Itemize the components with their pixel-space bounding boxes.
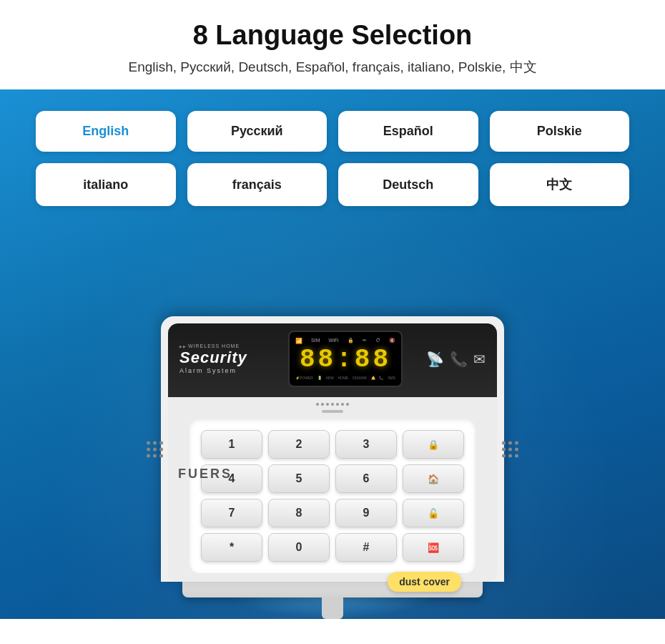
lcd-bottom-row: ⚡POWER 🔋 ARM HOME DISARM 🔔 📞 SMS: [295, 376, 395, 380]
key-0[interactable]: 0: [268, 533, 330, 562]
key-1[interactable]: 1: [201, 430, 262, 459]
key-5[interactable]: 5: [268, 464, 330, 493]
logo-area: WIRELESS HOME Security Alarm System: [179, 343, 280, 374]
language-grid: English Русский Español Polskie italiano…: [0, 89, 665, 220]
lang-btn-polish[interactable]: Polskie: [490, 111, 630, 152]
lcd-time-display: 88:88: [295, 347, 395, 373]
top-section: 8 Language Selection English, Русский, D…: [0, 0, 665, 89]
sim-slot: [322, 410, 343, 413]
brand-label: FUERS: [178, 467, 232, 482]
lang-btn-spanish[interactable]: Español: [338, 111, 478, 152]
right-speaker: [502, 441, 518, 457]
alarm-panel: WIRELESS HOME Security Alarm System 📶 SI…: [161, 316, 504, 582]
key-8[interactable]: 8: [268, 499, 330, 527]
key-star[interactable]: *: [201, 533, 262, 562]
key-unlock[interactable]: 🔓: [403, 499, 464, 527]
keypad: 1 2 3 🔒 4 5 6 🏠 7 8 9 🔓 * 0: [189, 419, 476, 573]
lang-btn-english[interactable]: English: [36, 111, 176, 152]
alarm-system-label: Alarm System: [179, 367, 280, 374]
phone-status-icon: 📞: [450, 351, 468, 368]
blue-section: English Русский Español Polskie italiano…: [0, 89, 665, 619]
key-6[interactable]: 6: [335, 464, 397, 493]
study-icon: ✏: [363, 338, 367, 344]
wireless-home-label: WIRELESS HOME: [179, 343, 280, 348]
envelope-status-icon: ✉: [473, 351, 486, 368]
key-7[interactable]: 7: [201, 499, 262, 527]
key-hash[interactable]: #: [335, 533, 397, 562]
subtitle: English, Русский, Deutsch, Español, fran…: [14, 58, 651, 77]
key-home[interactable]: 🏠: [403, 464, 464, 493]
lang-btn-italian[interactable]: italiano: [36, 163, 176, 206]
delay-icon: ⏱: [375, 338, 380, 344]
key-sos[interactable]: 🆘: [403, 533, 464, 562]
security-label: Security: [179, 350, 280, 366]
top-speaker: [182, 403, 483, 406]
lcd-icons-row: 📶 SIM WiFi 🔒 ✏ ⏱ 🔇: [295, 338, 395, 344]
key-3[interactable]: 3: [335, 430, 397, 459]
lang-btn-russian[interactable]: Русский: [187, 111, 327, 152]
mute-icon: 🔇: [389, 338, 395, 344]
panel-top: WIRELESS HOME Security Alarm System 📶 SI…: [168, 323, 497, 397]
page-title: 8 Language Selection: [14, 20, 651, 51]
dust-cover-label: dust cover: [388, 572, 461, 592]
left-speaker: [147, 441, 163, 457]
keypad-grid: 1 2 3 🔒 4 5 6 🏠 7 8 9 🔓 * 0: [201, 430, 464, 562]
wifi-icon: WiFi: [329, 338, 339, 344]
signal-status-icon: 📡: [426, 351, 444, 368]
signal-icon: 📶: [295, 338, 302, 344]
sim-icon: SIM: [311, 338, 320, 344]
lang-btn-german[interactable]: Deutsch: [338, 163, 478, 206]
key-lock[interactable]: 🔒: [403, 430, 464, 459]
lang-btn-french[interactable]: français: [187, 163, 327, 206]
lock-icon: 🔒: [348, 338, 354, 344]
device-container: WIRELESS HOME Security Alarm System 📶 SI…: [161, 316, 504, 619]
lang-btn-chinese[interactable]: 中文: [490, 163, 630, 206]
status-icons: 📡 📞 ✉: [411, 351, 486, 368]
device-stand: [322, 597, 343, 619]
lcd-display: 📶 SIM WiFi 🔒 ✏ ⏱ 🔇 88:88 ⚡POWER 🔋 ARM HO…: [288, 331, 403, 387]
panel-body: FUERS: [168, 397, 497, 582]
key-2[interactable]: 2: [268, 430, 330, 459]
key-9[interactable]: 9: [335, 499, 397, 527]
